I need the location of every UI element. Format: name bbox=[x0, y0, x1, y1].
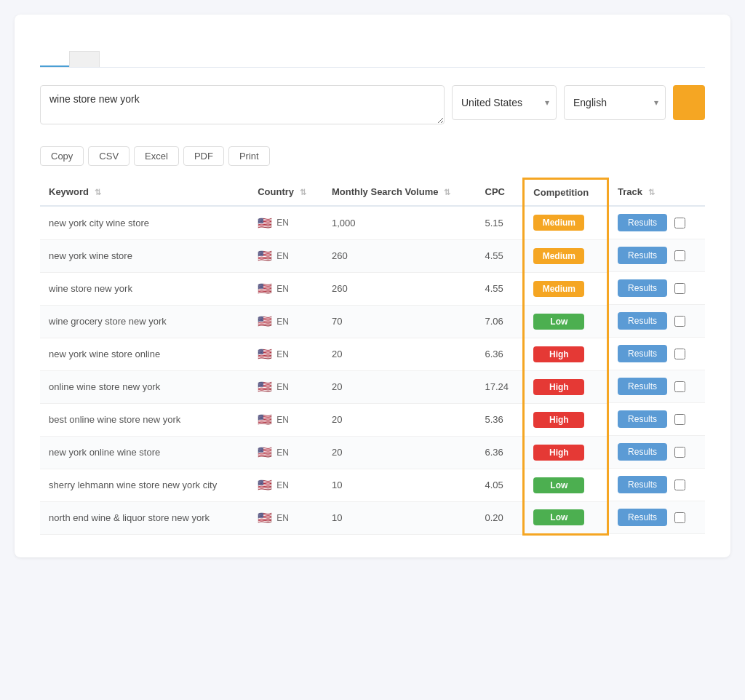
results-button[interactable]: Results bbox=[618, 509, 667, 526]
track-checkbox[interactable] bbox=[674, 480, 685, 490]
country-select[interactable]: United States United Kingdom Canada Aust… bbox=[452, 85, 557, 120]
track-checkbox[interactable] bbox=[674, 414, 685, 425]
sort-country-icon[interactable]: ⇅ bbox=[300, 188, 306, 197]
col-header-competition: Competition bbox=[524, 179, 608, 207]
sort-track-icon[interactable]: ⇅ bbox=[648, 188, 655, 197]
lang-badge: EN bbox=[276, 251, 289, 261]
lang-badge: EN bbox=[276, 415, 289, 425]
cell-cpc: 7.06 bbox=[477, 305, 524, 338]
lang-badge: EN bbox=[276, 513, 289, 523]
competition-badge: High bbox=[533, 379, 584, 395]
competition-badge: Medium bbox=[533, 215, 584, 231]
lang-badge: EN bbox=[276, 448, 289, 458]
table-row: new york online wine store🇺🇸EN206.36High… bbox=[40, 436, 705, 469]
tab-search-by-domain[interactable] bbox=[69, 51, 100, 67]
cell-keyword: wine grocery store new york bbox=[40, 305, 249, 338]
cell-keyword: north end wine & liquor store new york bbox=[40, 501, 249, 534]
cell-competition: Medium bbox=[524, 206, 608, 239]
cell-cpc: 5.36 bbox=[477, 403, 524, 436]
track-checkbox[interactable] bbox=[674, 283, 685, 294]
table-row: sherry lehmann wine store new york city🇺… bbox=[40, 469, 705, 501]
track-checkbox[interactable] bbox=[674, 349, 685, 359]
export-excel[interactable]: Excel bbox=[134, 146, 179, 166]
results-button[interactable]: Results bbox=[618, 247, 667, 264]
competition-badge: Medium bbox=[533, 281, 584, 297]
cell-cpc: 5.15 bbox=[477, 206, 524, 239]
results-button[interactable]: Results bbox=[618, 312, 667, 330]
competition-badge: Low bbox=[533, 314, 584, 330]
language-select[interactable]: English French Spanish German bbox=[564, 85, 666, 120]
track-checkbox[interactable] bbox=[674, 250, 685, 261]
lang-badge: EN bbox=[276, 218, 289, 228]
flag-icon: 🇺🇸 bbox=[258, 216, 272, 230]
cell-country: 🇺🇸EN bbox=[249, 436, 323, 469]
cell-keyword: online wine store new york bbox=[40, 370, 249, 403]
flag-icon: 🇺🇸 bbox=[258, 478, 272, 492]
cell-track: Results bbox=[609, 469, 705, 501]
table-row: online wine store new york🇺🇸EN2017.24Hig… bbox=[40, 370, 705, 403]
cell-track: Results bbox=[609, 370, 705, 403]
cell-track: Results bbox=[609, 338, 705, 370]
cell-competition: Medium bbox=[524, 239, 608, 272]
competition-badge: High bbox=[533, 346, 584, 362]
lang-badge: EN bbox=[276, 480, 289, 490]
table-row: new york wine store🇺🇸EN2604.55MediumResu… bbox=[40, 239, 705, 272]
results-button[interactable]: Results bbox=[618, 410, 667, 428]
cell-country: 🇺🇸EN bbox=[249, 272, 323, 305]
sort-keyword-icon[interactable]: ⇅ bbox=[95, 188, 101, 197]
cell-volume: 70 bbox=[323, 305, 476, 338]
track-checkbox[interactable] bbox=[674, 316, 685, 327]
cell-cpc: 6.36 bbox=[477, 338, 524, 370]
cell-cpc: 17.24 bbox=[477, 370, 524, 403]
results-button[interactable]: Results bbox=[618, 476, 667, 493]
cell-cpc: 4.05 bbox=[477, 469, 524, 501]
results-button[interactable]: Results bbox=[618, 345, 667, 362]
cell-country: 🇺🇸EN bbox=[249, 338, 323, 370]
col-header-country: Country ⇅ bbox=[249, 179, 323, 207]
flag-icon: 🇺🇸 bbox=[258, 282, 272, 295]
col-header-volume: Monthly Search Volume ⇅ bbox=[323, 179, 476, 207]
export-print[interactable]: Print bbox=[228, 146, 270, 166]
track-checkbox[interactable] bbox=[674, 512, 685, 523]
competition-badge: Low bbox=[533, 477, 584, 493]
cell-track: Results bbox=[609, 305, 705, 338]
track-checkbox[interactable] bbox=[674, 381, 685, 392]
table-header-row: Keyword ⇅ Country ⇅ Monthly Search Volum… bbox=[40, 179, 705, 207]
cell-keyword: new york online wine store bbox=[40, 436, 249, 469]
cell-competition: High bbox=[524, 403, 608, 436]
cell-track: Results bbox=[609, 403, 705, 436]
research-button[interactable] bbox=[673, 85, 705, 120]
sort-volume-icon[interactable]: ⇅ bbox=[444, 188, 450, 197]
table-row: best online wine store new york🇺🇸EN205.3… bbox=[40, 403, 705, 436]
table-row: new york city wine store🇺🇸EN1,0005.15Med… bbox=[40, 206, 705, 239]
lang-badge: EN bbox=[276, 284, 289, 294]
cell-competition: High bbox=[524, 338, 608, 370]
export-csv[interactable]: CSV bbox=[88, 146, 130, 166]
export-bar: Copy CSV Excel PDF Print bbox=[40, 146, 705, 166]
results-button[interactable]: Results bbox=[618, 443, 667, 461]
table-row: new york wine store online🇺🇸EN206.36High… bbox=[40, 338, 705, 370]
results-button[interactable]: Results bbox=[618, 214, 667, 231]
cell-cpc: 6.36 bbox=[477, 436, 524, 469]
track-checkbox[interactable] bbox=[674, 447, 685, 458]
cell-track: Results bbox=[609, 272, 705, 305]
export-pdf[interactable]: PDF bbox=[183, 146, 224, 166]
cell-volume: 20 bbox=[323, 370, 476, 403]
track-checkbox[interactable] bbox=[674, 218, 685, 228]
export-copy[interactable]: Copy bbox=[40, 146, 84, 166]
country-select-wrapper: United States United Kingdom Canada Aust… bbox=[452, 85, 557, 120]
flag-icon: 🇺🇸 bbox=[258, 347, 272, 361]
cell-country: 🇺🇸EN bbox=[249, 501, 323, 534]
keyword-input[interactable] bbox=[40, 85, 445, 124]
results-button[interactable]: Results bbox=[618, 378, 667, 395]
cell-volume: 20 bbox=[323, 436, 476, 469]
cell-volume: 20 bbox=[323, 403, 476, 436]
cell-volume: 20 bbox=[323, 338, 476, 370]
table-row: north end wine & liquor store new york🇺🇸… bbox=[40, 501, 705, 534]
cell-keyword: best online wine store new york bbox=[40, 403, 249, 436]
table-row: wine grocery store new york🇺🇸EN707.06Low… bbox=[40, 305, 705, 338]
tab-search-by-keywords[interactable] bbox=[40, 51, 69, 67]
cell-country: 🇺🇸EN bbox=[249, 305, 323, 338]
results-button[interactable]: Results bbox=[618, 279, 667, 297]
flag-icon: 🇺🇸 bbox=[258, 314, 272, 328]
